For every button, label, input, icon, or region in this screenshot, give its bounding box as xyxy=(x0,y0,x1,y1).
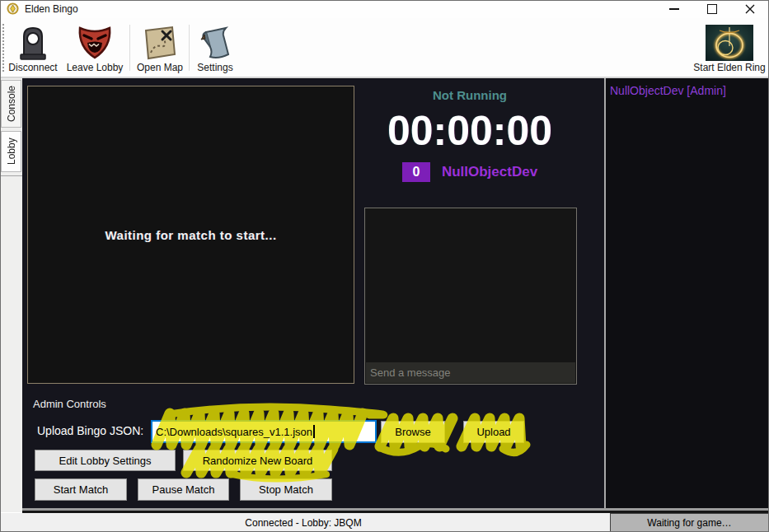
close-button[interactable] xyxy=(731,0,769,18)
score-badge: 0 xyxy=(402,162,430,182)
start-elden-ring-button[interactable]: Start Elden Ring xyxy=(692,21,767,73)
side-tabstrip: Console Lobby xyxy=(0,78,23,512)
toolbar: Disconnect Leave Lobby Open Map xyxy=(0,18,769,78)
tab-lobby[interactable]: Lobby xyxy=(1,131,21,172)
toolbar-button-label: Disconnect xyxy=(8,62,57,73)
scoreboard-row: 0 NullObjectDev xyxy=(354,162,585,182)
board-status-message: Waiting for match to start... xyxy=(105,228,276,242)
upload-json-input[interactable]: C:\Downloads\squares_v1.1.json xyxy=(151,420,377,443)
minimize-icon xyxy=(669,8,679,10)
bingo-board-panel: Waiting for match to start... xyxy=(27,86,354,384)
toolbar-button-label: Leave Lobby xyxy=(67,62,124,73)
lobby-view: Waiting for match to start... Not Runnin… xyxy=(22,78,769,508)
randomize-new-board-button[interactable]: Randomize New Board xyxy=(183,450,332,471)
chat-message-list xyxy=(366,209,575,362)
player-list-item[interactable]: NullObjectDev [Admin] xyxy=(610,84,769,97)
maximize-button[interactable] xyxy=(693,0,731,18)
map-icon xyxy=(142,25,178,61)
start-match-button[interactable]: Start Match xyxy=(35,478,127,501)
upload-json-value: C:\Downloads\squares_v1.1.json xyxy=(156,426,312,438)
text-caret xyxy=(313,425,315,438)
close-icon xyxy=(745,4,755,14)
toolbar-grip[interactable] xyxy=(2,23,5,72)
app-icon xyxy=(7,2,19,15)
disconnect-button[interactable]: Disconnect xyxy=(7,21,59,73)
scroll-icon xyxy=(198,25,232,61)
upload-json-label: Upload Bingo JSON: xyxy=(37,424,143,437)
toolbar-separator xyxy=(189,25,190,71)
minimize-button[interactable] xyxy=(655,0,693,18)
maximize-icon xyxy=(707,4,717,14)
browse-button[interactable]: Browse xyxy=(381,421,445,443)
elden-ring-icon xyxy=(706,25,753,61)
tabstrip-divider xyxy=(0,175,22,176)
statusbar: Connected - Lobby: JBQM Waiting for game… xyxy=(0,513,769,532)
theater-mask-icon xyxy=(76,25,114,61)
tab-console[interactable]: Console xyxy=(1,80,21,128)
open-map-button[interactable]: Open Map xyxy=(134,21,185,73)
toolbar-button-label: Start Elden Ring xyxy=(693,62,765,73)
upload-button[interactable]: Upload xyxy=(463,421,524,443)
toolbar-separator xyxy=(129,25,130,71)
settings-button[interactable]: Settings xyxy=(194,21,237,73)
tombstone-icon xyxy=(17,25,49,61)
match-timer: 00:00:00 xyxy=(346,108,593,154)
chat-panel xyxy=(364,208,577,385)
scoreboard-player-name: NullObjectDev xyxy=(442,164,537,180)
window-controls xyxy=(655,0,769,18)
toolbar-button-label: Settings xyxy=(197,62,232,73)
admin-controls-heading: Admin Controls xyxy=(33,398,106,410)
player-list-panel: NullObjectDev [Admin] xyxy=(606,78,769,508)
connection-status: Connected - Lobby: JBQM xyxy=(0,513,607,532)
pause-match-button[interactable]: Pause Match xyxy=(138,478,229,501)
leave-lobby-button[interactable]: Leave Lobby xyxy=(63,21,127,73)
stop-match-button[interactable]: Stop Match xyxy=(240,478,332,501)
chat-input[interactable] xyxy=(366,362,575,383)
edit-lobby-settings-button[interactable]: Edit Lobby Settings xyxy=(35,450,176,471)
titlebar: Elden Bingo xyxy=(0,0,769,19)
toolbar-button-label: Open Map xyxy=(137,62,183,73)
match-status: Not Running xyxy=(354,88,585,102)
game-status: Waiting for game… xyxy=(610,513,769,532)
window-title: Elden Bingo xyxy=(25,3,78,15)
